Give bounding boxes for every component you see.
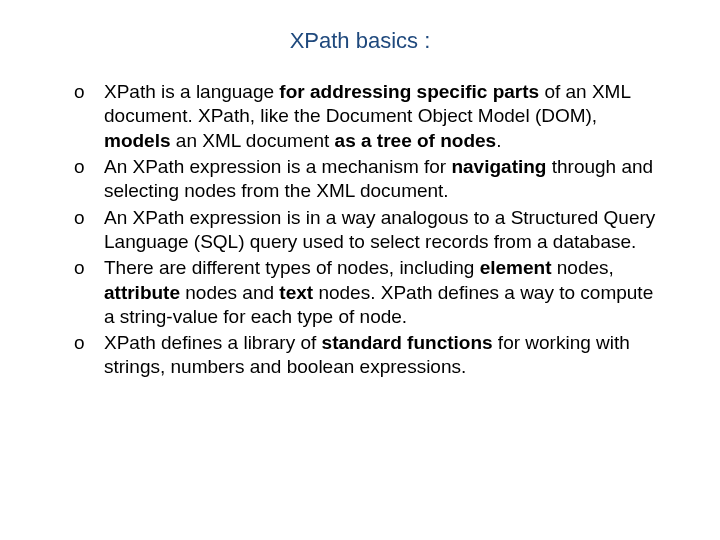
list-item: o XPath is a language for addressing spe… (60, 80, 660, 153)
list-item: o XPath defines a library of standard fu… (60, 331, 660, 380)
bold-text: navigating (451, 156, 546, 177)
list-item: o An XPath expression is a mechanism for… (60, 155, 660, 204)
bullet-marker: o (74, 80, 85, 104)
list-item: o An XPath expression is in a way analog… (60, 206, 660, 255)
bullet-list: o XPath is a language for addressing spe… (60, 80, 660, 380)
bold-text: attribute (104, 282, 180, 303)
bullet-marker: o (74, 155, 85, 179)
text: An XPath expression is a mechanism for (104, 156, 451, 177)
bold-text: standard functions (322, 332, 493, 353)
text: nodes and (180, 282, 279, 303)
text: XPath defines a library of (104, 332, 322, 353)
text: An XPath expression is in a way analogou… (104, 207, 655, 252)
slide-title: XPath basics : (60, 28, 660, 54)
text: There are different types of nodes, incl… (104, 257, 480, 278)
bold-text: text (279, 282, 313, 303)
bullet-marker: o (74, 331, 85, 355)
text: . (496, 130, 501, 151)
bold-text: as a tree of nodes (335, 130, 497, 151)
text: nodes, (551, 257, 613, 278)
text: XPath is a language (104, 81, 279, 102)
slide: XPath basics : o XPath is a language for… (0, 0, 720, 402)
bullet-marker: o (74, 206, 85, 230)
bold-text: for addressing specific parts (279, 81, 539, 102)
list-item: o There are different types of nodes, in… (60, 256, 660, 329)
bold-text: models (104, 130, 171, 151)
bold-text: element (480, 257, 552, 278)
text: an XML document (171, 130, 335, 151)
bullet-marker: o (74, 256, 85, 280)
